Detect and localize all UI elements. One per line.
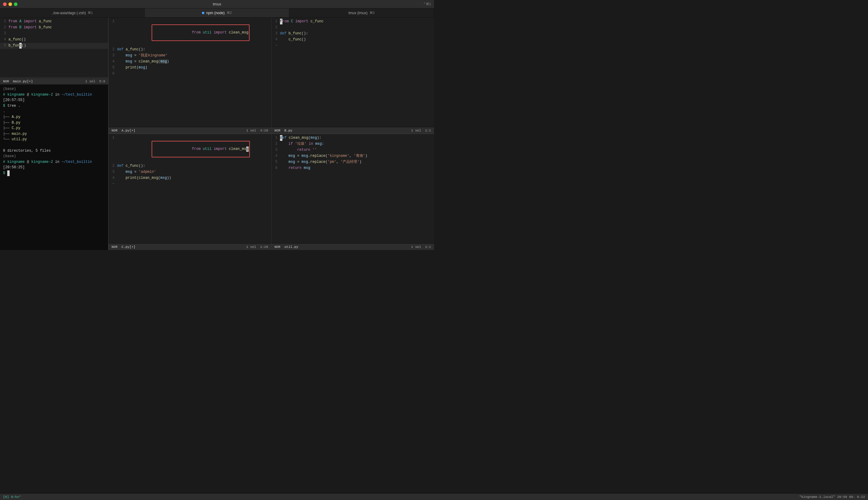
main-py-mode: NOR main.py[+] bbox=[3, 80, 33, 83]
apy-mode: NOR A.py[+] bbox=[112, 129, 135, 133]
table-row: 1 from util import clean_msg bbox=[108, 19, 271, 47]
left-panel: 1 from A import a_func 2 from B import b… bbox=[0, 18, 108, 250]
cpy-cursor: 1 sel 1:26 bbox=[246, 245, 268, 249]
tab-tmux-label: tmux (tmux) bbox=[348, 11, 367, 15]
table-row: 2 bbox=[271, 25, 434, 31]
table-row: 5 b_func() bbox=[0, 43, 108, 49]
main-layout: 1 from A import a_func 2 from B import b… bbox=[0, 18, 434, 250]
table-row: 1 from C import c_func bbox=[271, 19, 434, 25]
right-top-row: 1 from util import clean_msg 2 def a_fun… bbox=[108, 18, 434, 134]
panel-apy: 1 from util import clean_msg 2 def a_fun… bbox=[108, 18, 271, 134]
tab-zsh-label: ..low-asia/dags (-zsh) bbox=[51, 11, 86, 15]
table-row: 4 msg = clean_msg(msg) bbox=[108, 59, 271, 65]
apy-cursor: 1 sel 4:20 bbox=[246, 129, 268, 133]
main-py-cursor: 1 sel 5:6 bbox=[85, 80, 105, 83]
panel-bpy: 1 from C import c_func 2 3 def b_func(): bbox=[271, 18, 434, 134]
table-row: 1 from util import clean_msg bbox=[108, 135, 271, 163]
minimize-button[interactable] bbox=[9, 2, 12, 6]
util-cursor: 1 sel 1:1 bbox=[411, 245, 431, 249]
traffic-lights bbox=[3, 2, 18, 6]
table-row: 3 return '' bbox=[271, 147, 434, 153]
table-row: 2 def a_func(): bbox=[108, 47, 271, 53]
term-file-c: ├── C.py bbox=[3, 125, 105, 131]
tab-tmux[interactable]: tmux (tmux) ⌘3 bbox=[289, 9, 434, 17]
tab-bar: ..low-asia/dags (-zsh) ⌘1 npm (node) ⌘2 … bbox=[0, 9, 434, 18]
table-row: 3 msg = '我是kingname' bbox=[108, 53, 271, 59]
term-prompt-2: # kingname @ kingname-2 in ~/test_builti… bbox=[3, 159, 105, 170]
table-row: 5 print(msg) bbox=[108, 65, 271, 71]
term-file-util: └── util.py bbox=[3, 137, 105, 142]
term-base-2: (base) bbox=[3, 154, 105, 159]
term-summary: 0 directories, 5 files bbox=[3, 148, 105, 154]
table-row: 3 msg = 'adpmin' bbox=[108, 169, 271, 175]
table-row: 6 bbox=[108, 71, 271, 77]
window-title: tmux bbox=[213, 2, 221, 6]
close-button[interactable] bbox=[3, 2, 7, 6]
term-prompt-1: # kingname @ kingname-2 in ~/test_builti… bbox=[3, 92, 105, 103]
util-status: NOR util.py 1 sel 1:1 bbox=[271, 243, 434, 250]
table-row: 1 from A import a_func bbox=[0, 19, 108, 25]
table-row: 4 a_func() bbox=[0, 37, 108, 43]
term-cmd-1: $ tree . bbox=[3, 103, 105, 109]
term-file-main: ├── main.py bbox=[3, 131, 105, 137]
table-row: 4 c_func() bbox=[271, 37, 434, 43]
tab-npm-dot bbox=[202, 12, 204, 14]
util-editor[interactable]: 1 def clean_msg(msg): 2 if '垃圾' in msg: … bbox=[271, 134, 434, 243]
cpy-editor[interactable]: 1 from util import clean_msg 2 def c_fun… bbox=[108, 134, 271, 243]
table-row: ~ bbox=[271, 43, 434, 49]
bpy-mode: NOR B.py bbox=[275, 129, 292, 133]
apy-content: 1 from util import clean_msg 2 def a_fun… bbox=[108, 18, 271, 78]
term-empty bbox=[3, 142, 105, 148]
panel-util: 1 def clean_msg(msg): 2 if '垃圾' in msg: … bbox=[271, 134, 434, 250]
table-row: 3 def b_func(): bbox=[271, 31, 434, 37]
cpy-content: 1 from util import clean_msg 2 def c_fun… bbox=[108, 134, 271, 189]
tab-npm-label: npm (node) bbox=[206, 11, 224, 15]
bpy-editor[interactable]: 1 from C import c_func 2 3 def b_func(): bbox=[271, 18, 434, 127]
table-row: 6 return msg bbox=[271, 165, 434, 171]
util-mode: NOR util.py bbox=[275, 245, 298, 249]
table-row: 5 msg = msg.replace('pm', '产品经理') bbox=[271, 159, 434, 165]
table-row: ~ bbox=[108, 181, 271, 187]
table-row: 2 def c_func(): bbox=[108, 163, 271, 169]
tab-zsh-shortcut: ⌘1 bbox=[88, 11, 93, 15]
titlebar: tmux ⌃⌘1 bbox=[0, 0, 434, 9]
table-row: 3 bbox=[0, 31, 108, 37]
apy-status: NOR A.py[+] 1 sel 4:20 bbox=[108, 127, 271, 134]
table-row: 4 print(clean_msg(msg)) bbox=[108, 175, 271, 181]
panel-cpy: 1 from util import clean_msg 2 def c_fun… bbox=[108, 134, 271, 250]
table-row: 2 from B import b_func bbox=[0, 25, 108, 31]
main-py-content: 1 from A import a_func 2 from B import b… bbox=[0, 18, 108, 50]
tab-tmux-shortcut: ⌘3 bbox=[370, 11, 375, 15]
right-panel: 1 from util import clean_msg 2 def a_fun… bbox=[108, 18, 434, 250]
main-py-editor[interactable]: 1 from A import a_func 2 from B import b… bbox=[0, 18, 108, 78]
term-dot: . bbox=[3, 109, 105, 114]
bpy-cursor: 1 sel 1:1 bbox=[411, 129, 431, 133]
tab-zsh[interactable]: ..low-asia/dags (-zsh) ⌘1 bbox=[0, 9, 145, 17]
term-prompt-dollar: $ bbox=[3, 170, 105, 176]
table-row: 2 if '垃圾' in msg: bbox=[271, 141, 434, 147]
term-file-a: ├── A.py bbox=[3, 114, 105, 120]
tab-npm[interactable]: npm (node) ⌘2 bbox=[145, 9, 289, 17]
tab-npm-shortcut: ⌘2 bbox=[227, 11, 232, 15]
right-bottom-row: 1 from util import clean_msg 2 def c_fun… bbox=[108, 134, 434, 250]
term-base-line: (base) bbox=[3, 86, 105, 92]
util-content: 1 def clean_msg(msg): 2 if '垃圾' in msg: … bbox=[271, 134, 434, 172]
cpy-status: NOR C.py[+] 1 sel 1:26 bbox=[108, 243, 271, 250]
cpy-mode: NOR C.py[+] bbox=[112, 245, 135, 249]
bpy-status: NOR B.py 1 sel 1:1 bbox=[271, 127, 434, 134]
bpy-content: 1 from C import c_func 2 3 def b_func(): bbox=[271, 18, 434, 50]
table-row: 1 def clean_msg(msg): bbox=[271, 135, 434, 141]
terminal-pane[interactable]: (base) # kingname @ kingname-2 in ~/test… bbox=[0, 84, 108, 250]
term-file-b: ├── B.py bbox=[3, 120, 105, 126]
apy-editor[interactable]: 1 from util import clean_msg 2 def a_fun… bbox=[108, 18, 271, 127]
window-shortcut: ⌃⌘1 bbox=[423, 2, 431, 6]
table-row: 4 msg = msg.replace('kingname', '青南') bbox=[271, 153, 434, 159]
maximize-button[interactable] bbox=[14, 2, 18, 6]
main-py-status: NOR main.py[+] 1 sel 5:6 bbox=[0, 78, 108, 84]
